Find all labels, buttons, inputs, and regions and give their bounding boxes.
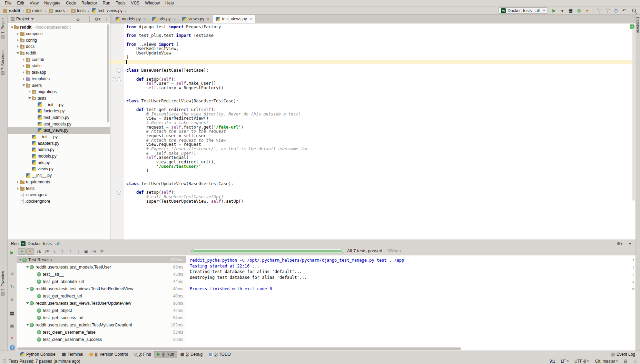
collapsed-arrow-icon[interactable] xyxy=(16,187,20,190)
collapsed-arrow-icon[interactable] xyxy=(16,181,20,183)
tab-views-py[interactable]: views.py× xyxy=(179,15,213,23)
undo-icon[interactable]: ↶ xyxy=(620,7,628,14)
tool-button-find[interactable]: 3: Find xyxy=(131,351,155,358)
collapsed-arrow-icon[interactable] xyxy=(16,45,20,48)
collapsed-arrow-icon[interactable] xyxy=(16,32,20,35)
menu-item-code[interactable]: Code xyxy=(63,0,79,6)
expanded-arrow-icon[interactable] xyxy=(25,288,30,290)
tool-button-favorites[interactable]: 2: Favorites xyxy=(1,271,5,295)
breadcrumb-item-users[interactable]: users xyxy=(49,8,65,13)
hide-panel-icon[interactable]: ⊣ xyxy=(104,17,107,22)
collapsed-arrow-icon[interactable] xyxy=(21,78,26,80)
tree-item-__init__-py[interactable]: __init__.py xyxy=(8,101,110,108)
menu-item-navigate[interactable]: Navigate xyxy=(41,0,63,6)
tool-button-database[interactable]: Database xyxy=(636,17,640,33)
expanded-arrow-icon[interactable] xyxy=(27,97,32,99)
test-row-test_get_success_url[interactable]: test_get_success_url54ms xyxy=(17,314,186,321)
settings-gear-icon[interactable]: ⚙▾ xyxy=(617,241,622,246)
test-row-test_get_object[interactable]: test_get_object42ms xyxy=(17,307,186,314)
event-log-button[interactable]: Event Log xyxy=(611,352,635,357)
tree-item-templates[interactable]: templates xyxy=(8,76,110,82)
stop-icon[interactable]: ■ xyxy=(9,296,15,302)
run-test-down-icon[interactable]: ↓ xyxy=(117,69,121,73)
line-separator[interactable]: LF⇅ xyxy=(561,359,569,364)
tool-button-todo[interactable]: 6: TODO xyxy=(206,351,234,358)
tree-item-test_views-py[interactable]: test_views.py xyxy=(8,127,110,134)
tree-item-urls-py[interactable]: urls.py xyxy=(8,159,110,166)
close-icon[interactable]: × xyxy=(9,335,15,341)
tree-item-factories-py[interactable]: factories.py xyxy=(8,108,110,114)
test-row-test_get_absolute_url[interactable]: test_get_absolute_url44ms xyxy=(17,278,186,285)
tool-button-python-console[interactable]: Python Console xyxy=(17,351,59,358)
chevron-down-icon[interactable] xyxy=(31,18,34,20)
test-row-test_get_redirect_url[interactable]: test_get_redirect_url40ms xyxy=(17,292,186,300)
tool-button-project[interactable]: 1: Project xyxy=(1,18,5,38)
sort-by-duration-icon[interactable]: ↓≡ xyxy=(42,248,50,255)
test-row-test_clean_username_false[interactable]: test_clean_username_false53ms xyxy=(17,328,186,336)
tool-button-run[interactable]: 4: Run xyxy=(154,351,177,358)
code-editor[interactable]: from django.test import RequestFactoryfr… xyxy=(110,23,636,240)
tab-test_views-py[interactable]: test_views.py× xyxy=(213,15,255,23)
caret-position[interactable]: 9:1 xyxy=(550,359,555,364)
run-console[interactable]: reddit_pycha:python -u /opt/.pycharm_hel… xyxy=(186,255,636,351)
tool-button-structure[interactable]: 7: Structure xyxy=(1,50,5,75)
collapsed-arrow-icon[interactable] xyxy=(27,90,32,93)
close-tab-icon[interactable]: × xyxy=(173,17,175,21)
run-configuration-select[interactable]: dj Docker: tests - all xyxy=(499,7,548,14)
settings-gear-icon[interactable]: ⚙▾ xyxy=(94,17,100,22)
coverage-icon[interactable]: ▦ xyxy=(567,7,575,14)
tree-item-admin-py[interactable]: admin.py xyxy=(8,146,110,153)
horizontal-scrollbar[interactable] xyxy=(17,347,461,350)
tab-urls-py[interactable]: urls.py× xyxy=(149,15,179,23)
project-tree-scrollbar[interactable] xyxy=(107,24,109,122)
collapsed-arrow-icon[interactable] xyxy=(16,39,20,42)
show-ignored-toggle[interactable]: ≡ xyxy=(26,248,34,255)
history-icon[interactable]: ◷ xyxy=(612,7,620,14)
test-row-reddit-users-tests-test_views-TestUserRedirectView[interactable]: reddit.users.tests.test_views.TestUserRe… xyxy=(17,285,186,292)
rerun-tests-icon[interactable]: ▶ xyxy=(9,249,15,255)
menu-item-tools[interactable]: Tools xyxy=(113,0,128,6)
tree-item-docs[interactable]: docs xyxy=(8,43,110,50)
editor-scrollbar[interactable] xyxy=(632,28,635,201)
export-test-results-icon[interactable]: ▣ xyxy=(82,248,90,255)
vcs-commit-icon[interactable]: VCS↑ xyxy=(603,7,612,14)
tree-item-tests[interactable]: tests xyxy=(8,185,110,192)
run-dashboard-icon[interactable]: ≡ xyxy=(583,7,591,14)
menu-item-view[interactable]: View xyxy=(27,0,41,6)
tool-button-terminal[interactable]: Terminal xyxy=(59,351,86,358)
file-encoding[interactable]: UTF-8⇅ xyxy=(574,359,590,364)
collapsed-arrow-icon[interactable] xyxy=(21,71,26,74)
tree-item-adapters-py[interactable]: adapters.py xyxy=(8,140,110,146)
scroll-to-top-icon[interactable]: ↑ xyxy=(632,257,634,262)
tree-item-__init__-py[interactable]: __init__.py xyxy=(8,134,110,140)
tool-button-version-control[interactable]: 9: Version Control xyxy=(86,351,131,358)
test-row-reddit-users-tests-test_admin-TestMyUserCreationl[interactable]: reddit.users.tests.test_admin.TestMyUser… xyxy=(17,321,186,328)
tree-item-test_models-py[interactable]: test_models.py xyxy=(8,121,110,127)
tree-item-static[interactable]: static xyxy=(8,63,110,69)
tree-item--dockerignore[interactable]: .dockerignore xyxy=(8,198,110,205)
tree-item-taskapp[interactable]: taskapp xyxy=(8,69,110,76)
show-passed-toggle[interactable]: ● xyxy=(18,248,26,255)
expand-all-icon[interactable]: ⇓ xyxy=(50,248,58,255)
expanded-arrow-icon[interactable] xyxy=(18,259,22,261)
tree-item-tests[interactable]: tests xyxy=(8,95,110,102)
test-row-reddit-users-tests-test_models-TestUser[interactable]: reddit.users.tests.test_models.TestUser8… xyxy=(17,263,186,271)
locate-file-icon[interactable]: ⊕ xyxy=(76,17,80,22)
pin-icon[interactable]: ▣ xyxy=(9,323,15,329)
breadcrumb-item-tests[interactable]: tests xyxy=(71,8,86,13)
menu-item-window[interactable]: Window xyxy=(142,0,163,6)
search-icon[interactable] xyxy=(632,9,636,12)
expanded-arrow-icon[interactable] xyxy=(16,52,20,54)
inspections-hector-icon[interactable]: ☺ xyxy=(633,358,637,364)
rerun-failed-icon[interactable]: ↻ xyxy=(9,284,15,290)
collapsed-arrow-icon[interactable] xyxy=(21,58,26,61)
next-failed-icon[interactable]: ↓ xyxy=(74,248,82,255)
test-statistics-icon[interactable]: ▦ xyxy=(9,310,15,316)
close-tab-icon[interactable]: × xyxy=(249,17,252,21)
tool-button-debug[interactable]: 5: Debug xyxy=(177,351,206,358)
hide-panel-icon[interactable]: ▼ xyxy=(628,241,632,246)
test-row-Test-Results[interactable]: Test Results328ms xyxy=(17,256,186,263)
menu-item-edit[interactable]: Edit xyxy=(14,0,27,6)
run-icon[interactable]: ▶ xyxy=(550,7,558,14)
test-row-test_clean_username_success[interactable]: test_clean_username_success50ms xyxy=(17,336,186,343)
